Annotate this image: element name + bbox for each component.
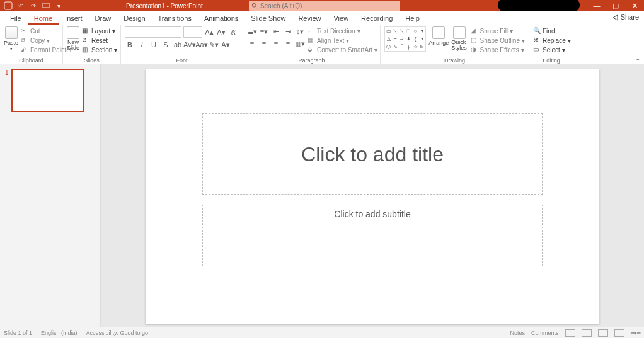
text-direction-button[interactable]: ↕Text Direction ▾ [308, 26, 377, 35]
slideshow-view-button[interactable] [614, 329, 624, 337]
quick-styles-button[interactable]: Quick Styles [451, 26, 468, 51]
minimize-button[interactable]: — [587, 0, 606, 11]
clear-format-icon[interactable]: A̷ [228, 27, 238, 37]
shape-rect-icon[interactable]: ▢ [406, 28, 412, 35]
indent-right-button[interactable]: ⇥ [283, 26, 293, 37]
tab-slideshow[interactable]: Slide Show [244, 12, 292, 25]
autosave-icon[interactable] [4, 1, 13, 10]
qat-more-icon[interactable]: ▾ [54, 1, 63, 10]
shape-brace2-icon[interactable]: } [406, 43, 412, 50]
font-family-input[interactable] [125, 26, 181, 38]
reading-view-button[interactable] [598, 329, 608, 337]
shape-outline-button[interactable]: ▢Shape Outline ▾ [471, 36, 525, 45]
tab-home[interactable]: Home [28, 12, 59, 25]
maximize-button[interactable]: ▢ [606, 0, 625, 11]
arrange-button[interactable]: Arrange [428, 26, 449, 46]
increase-font-icon[interactable]: A▴ [204, 27, 214, 37]
font-size-input[interactable] [183, 26, 202, 38]
slideshow-icon[interactable] [42, 1, 50, 10]
section-button[interactable]: ▥Section ▾ [82, 45, 117, 54]
subtitle-placeholder[interactable]: Click to add subtitle [202, 205, 543, 266]
shape-arrow-icon[interactable]: ⇨ [399, 35, 405, 42]
shape-brace-icon[interactable]: { [412, 35, 418, 42]
notes-button[interactable]: Notes [510, 330, 526, 336]
tab-view[interactable]: View [327, 12, 355, 25]
title-placeholder[interactable]: Click to add title [202, 113, 543, 195]
indent-left-button[interactable]: ⇤ [271, 26, 281, 37]
undo-icon[interactable]: ↶ [16, 1, 25, 10]
align-right-button[interactable]: ≡ [271, 38, 281, 48]
reset-button[interactable]: ↺Reset [82, 36, 117, 45]
shadow-button[interactable]: ab [173, 40, 183, 50]
shape-line-icon[interactable]: ＼ [393, 28, 399, 35]
tab-insert[interactable]: Insert [59, 12, 89, 25]
zoom-slider[interactable]: ━●━ [631, 330, 640, 336]
paste-button[interactable]: Paste ▾ [4, 26, 18, 52]
shape-more-icon[interactable]: ▾ [419, 28, 425, 35]
bullets-button[interactable]: ≣▾ [247, 26, 257, 37]
replace-button[interactable]: ⤭Replace ▾ [533, 36, 571, 45]
shape-expand-icon[interactable]: ⊳ [419, 43, 425, 50]
shape-curve-icon[interactable]: ∿ [393, 43, 399, 50]
align-text-button[interactable]: ▦Align Text ▾ [308, 36, 377, 45]
smartart-icon: ⬙ [308, 46, 315, 54]
shape-tri-icon[interactable]: △ [386, 35, 392, 42]
shape-fill-button[interactable]: ◢Shape Fill ▾ [471, 26, 525, 35]
shape-effects-button[interactable]: ◑Shape Effects ▾ [471, 45, 525, 54]
tab-help[interactable]: Help [399, 12, 426, 25]
line-spacing-button[interactable]: ↕▾ [295, 26, 305, 37]
tab-design[interactable]: Design [117, 12, 151, 25]
slide-thumbnail[interactable] [11, 69, 84, 112]
search-input[interactable] [260, 3, 386, 9]
close-button[interactable]: ✕ [625, 0, 644, 11]
shape-scroll-icon[interactable]: ▾ [419, 35, 425, 42]
justify-button[interactable]: ≡ [283, 38, 293, 48]
shape-oval-icon[interactable]: ○ [412, 28, 418, 35]
tab-transitions[interactable]: Transitions [152, 12, 198, 25]
shape-connector-icon[interactable]: ⌐ [393, 35, 399, 42]
new-slide-button[interactable]: New Slide [67, 26, 79, 51]
italic-button[interactable]: I [137, 40, 147, 50]
strike-button[interactable]: S [161, 40, 171, 50]
share-button[interactable]: Share [612, 13, 639, 21]
shape-free-icon[interactable]: ⌒ [399, 43, 405, 50]
columns-button[interactable]: ▥▾ [295, 38, 305, 48]
section-label: Section [91, 47, 112, 54]
find-button[interactable]: 🔍Find [533, 26, 571, 35]
case-button[interactable]: Aa▾ [197, 40, 207, 50]
select-button[interactable]: ▭Select ▾ [533, 45, 571, 54]
tab-draw[interactable]: Draw [89, 12, 118, 25]
redo-icon[interactable]: ↷ [29, 1, 38, 10]
search-box[interactable] [249, 1, 400, 11]
collapse-ribbon-button[interactable]: ⌄ [635, 55, 640, 62]
bold-button[interactable]: B [125, 40, 135, 50]
shape-star2-icon[interactable]: ☆ [412, 43, 418, 50]
shape-arc-icon[interactable]: ⬡ [386, 43, 392, 50]
decrease-font-icon[interactable]: A▾ [216, 27, 226, 37]
align-left-button[interactable]: ≡ [247, 38, 257, 48]
shape-textbox-icon[interactable]: ▭ [386, 28, 392, 35]
thumb-item[interactable]: 1 [5, 69, 95, 112]
title-bar: ↶ ↷ ▾ Presentation1 - PowerPoint — ▢ ✕ [0, 0, 644, 11]
accessibility-indicator[interactable]: Accessibility: Good to go [86, 330, 149, 336]
normal-view-button[interactable] [565, 329, 575, 337]
underline-button[interactable]: U [149, 40, 159, 50]
tab-file[interactable]: File [4, 12, 28, 25]
shape-line2-icon[interactable]: ＼ [399, 28, 405, 35]
slide[interactable]: Click to add title Click to add subtitle [146, 69, 599, 324]
align-center-button[interactable]: ≡ [259, 38, 269, 48]
smartart-button[interactable]: ⬙Convert to SmartArt ▾ [308, 45, 377, 54]
tab-animations[interactable]: Animations [198, 12, 244, 25]
highlight-button[interactable]: ✎▾ [209, 40, 219, 50]
comments-button[interactable]: Comments [531, 330, 559, 336]
shape-star-icon[interactable]: ⬇ [406, 35, 412, 42]
font-color-button[interactable]: A▾ [221, 40, 231, 50]
language-indicator[interactable]: English (India) [41, 330, 78, 336]
layout-button[interactable]: ▦Layout ▾ [82, 26, 117, 35]
sorter-view-button[interactable] [582, 329, 592, 337]
spacing-button[interactable]: AV▾ [185, 40, 195, 50]
shapes-gallery[interactable]: ▭＼＼▢○▾ △⌐⇨⬇{▾ ⬡∿⌒}☆⊳ [384, 26, 426, 52]
numbering-button[interactable]: ≡▾ [259, 26, 269, 37]
tab-recording[interactable]: Recording [355, 12, 399, 25]
tab-review[interactable]: Review [292, 12, 327, 25]
